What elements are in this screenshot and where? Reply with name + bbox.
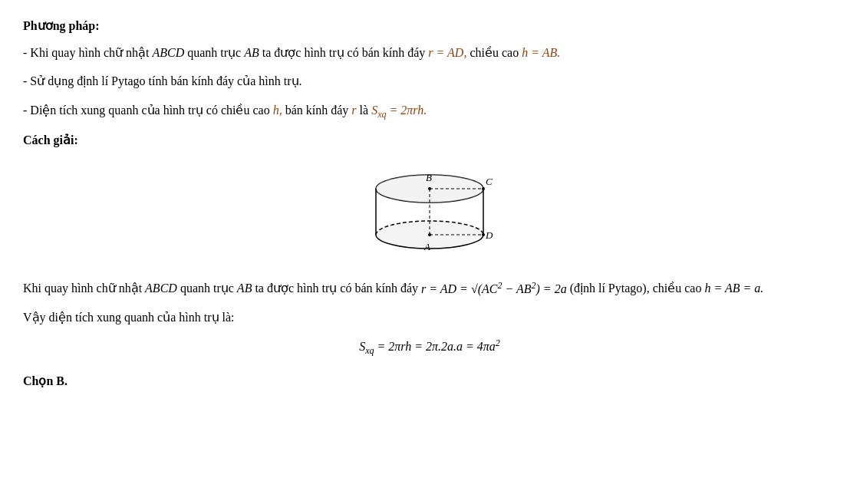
method-line-2: - Sử dụng định lí Pytago tính bán kính đ… [23, 71, 836, 91]
method-title-text: Phương pháp: [23, 19, 100, 32]
diagram-container: B C A D [23, 162, 836, 262]
svg-point-8 [428, 187, 431, 190]
svg-point-10 [428, 233, 431, 236]
label-A: A [423, 241, 430, 252]
label-D: D [485, 229, 493, 241]
svg-point-11 [482, 233, 485, 236]
svg-point-9 [482, 187, 485, 190]
label-B: B [426, 172, 432, 183]
method-line-3: - Diện tích xung quanh của hình trụ có c… [23, 100, 836, 123]
method-title: Phương pháp: [23, 15, 836, 36]
solution-paragraph-1: Khi quay hình chữ nhật ABCD quanh trục A… [23, 277, 836, 299]
solution-title: Cách giải: [23, 130, 836, 150]
cylinder-diagram: B C A D [345, 162, 514, 262]
method-line-1: - Khi quay hình chữ nhật ABCD quanh trục… [23, 42, 836, 63]
formula-display: Sxq = 2πrh = 2π.2a.a = 4πa2 [23, 335, 836, 359]
answer-label: Chọn B. [23, 374, 68, 387]
main-content: Phương pháp: - Khi quay hình chữ nhật AB… [23, 15, 836, 391]
solution-title-text: Cách giải: [23, 133, 78, 147]
label-C: C [486, 176, 493, 187]
answer-text: Chọn B. [23, 371, 836, 391]
solution-paragraph-2: Vậy diện tích xung quanh của hình trụ là… [23, 307, 836, 328]
